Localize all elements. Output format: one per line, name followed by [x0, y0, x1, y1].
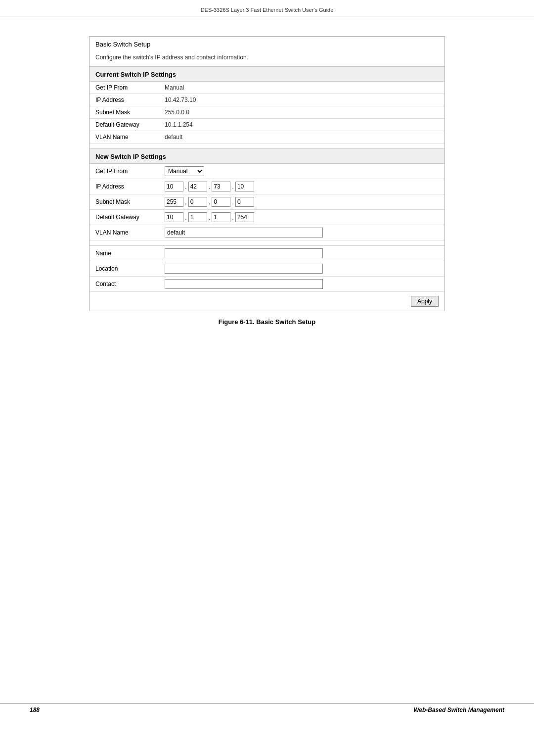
- table-row: Subnet Mask 255.0.0.0: [89, 106, 445, 119]
- panel-title: Basic Switch Setup: [89, 37, 445, 51]
- footer-title: Web-Based Switch Management: [413, 707, 504, 713]
- new-default-gateway-cell: . . .: [159, 210, 445, 225]
- gw-octet-1[interactable]: [165, 212, 183, 222]
- table-row: Name: [89, 246, 445, 261]
- get-ip-from-select[interactable]: Manual BOOTP DHCP: [165, 166, 204, 176]
- default-gateway-label: Default Gateway: [89, 119, 159, 131]
- sm-dot-2: .: [208, 198, 211, 206]
- spacer-row: [89, 143, 445, 149]
- new-vlan-name-label: VLAN Name: [89, 225, 159, 240]
- new-ip-address-label: IP Address: [89, 179, 159, 194]
- ip-address-label: IP Address: [89, 94, 159, 106]
- gw-dot-3: .: [231, 214, 234, 221]
- table-row: IP Address 10.42.73.10: [89, 94, 445, 106]
- ip-octet-1[interactable]: [165, 182, 183, 191]
- spacer-row: [89, 240, 445, 246]
- sm-dot-1: .: [184, 198, 187, 206]
- new-get-ip-from-label: Get IP From: [89, 164, 159, 179]
- table-row: IP Address . . .: [89, 179, 445, 194]
- table-row: Default Gateway . . .: [89, 210, 445, 225]
- name-label: Name: [89, 246, 159, 261]
- contact-cell: [159, 277, 445, 292]
- current-settings-header: Current Switch IP Settings: [89, 66, 445, 82]
- ip-input-group: . . .: [165, 182, 439, 191]
- table-row: Subnet Mask . . .: [89, 194, 445, 210]
- sm-octet-1[interactable]: [165, 197, 183, 207]
- table-row: Get IP From Manual BOOTP DHCP: [89, 164, 445, 179]
- page-footer: 188 Web-Based Switch Management: [0, 703, 534, 716]
- get-ip-from-label: Get IP From: [89, 82, 159, 94]
- contact-label: Contact: [89, 277, 159, 292]
- new-subnet-mask-label: Subnet Mask: [89, 194, 159, 210]
- location-cell: [159, 261, 445, 277]
- new-settings-header: New Switch IP Settings: [89, 148, 445, 164]
- new-settings-table: Get IP From Manual BOOTP DHCP IP Address…: [89, 164, 445, 245]
- new-subnet-mask-cell: . . .: [159, 194, 445, 210]
- ip-octet-4[interactable]: [235, 182, 254, 191]
- page-number: 188: [30, 707, 40, 713]
- ip-dot-3: .: [231, 183, 234, 190]
- table-row: Location: [89, 261, 445, 277]
- sm-octet-2[interactable]: [188, 197, 207, 207]
- ip-dot-1: .: [184, 183, 187, 190]
- gw-dot-2: .: [208, 214, 211, 221]
- apply-button[interactable]: Apply: [411, 296, 439, 307]
- current-settings-table: Get IP From Manual IP Address 10.42.73.1…: [89, 82, 445, 148]
- name-input[interactable]: [165, 248, 323, 258]
- basic-switch-setup-panel: Basic Switch Setup Configure the switch'…: [89, 36, 445, 311]
- location-label: Location: [89, 261, 159, 277]
- default-gateway-value: 10.1.1.254: [159, 119, 445, 131]
- contact-table: Name Location Contact: [89, 245, 445, 292]
- page-header: DES-3326S Layer 3 Fast Ethernet Switch U…: [0, 0, 534, 16]
- ip-octet-3[interactable]: [212, 182, 230, 191]
- gateway-input-group: . . .: [165, 212, 439, 222]
- figure-caption: Figure 6-11. Basic Switch Setup: [89, 318, 445, 326]
- name-cell: [159, 246, 445, 261]
- table-row: VLAN Name default: [89, 131, 445, 143]
- get-ip-from-value: Manual: [159, 82, 445, 94]
- subnet-mask-value: 255.0.0.0: [159, 106, 445, 119]
- table-row: Get IP From Manual: [89, 82, 445, 94]
- location-input[interactable]: [165, 264, 323, 274]
- new-default-gateway-label: Default Gateway: [89, 210, 159, 225]
- gw-octet-4[interactable]: [235, 212, 254, 222]
- sm-octet-4[interactable]: [235, 197, 254, 207]
- table-row: VLAN Name: [89, 225, 445, 240]
- contact-input[interactable]: [165, 279, 323, 289]
- ip-octet-2[interactable]: [188, 182, 207, 191]
- new-ip-address-cell: . . .: [159, 179, 445, 194]
- gw-dot-1: .: [184, 214, 187, 221]
- table-row: Default Gateway 10.1.1.254: [89, 119, 445, 131]
- panel-description: Configure the switch's IP address and co…: [89, 51, 445, 66]
- gw-octet-3[interactable]: [212, 212, 230, 222]
- subnet-input-group: . . .: [165, 197, 439, 207]
- sm-dot-3: .: [231, 198, 234, 206]
- table-row: Contact: [89, 277, 445, 292]
- subnet-mask-label: Subnet Mask: [89, 106, 159, 119]
- ip-dot-2: .: [208, 183, 211, 190]
- page-content: Basic Switch Setup Configure the switch'…: [0, 16, 534, 345]
- new-vlan-name-cell: [159, 225, 445, 240]
- sm-octet-3[interactable]: [212, 197, 230, 207]
- ip-address-value: 10.42.73.10: [159, 94, 445, 106]
- vlan-name-input[interactable]: [165, 228, 323, 237]
- vlan-name-label: VLAN Name: [89, 131, 159, 143]
- header-title: DES-3326S Layer 3 Fast Ethernet Switch U…: [201, 7, 334, 13]
- vlan-name-value: default: [159, 131, 445, 143]
- gw-octet-2[interactable]: [188, 212, 207, 222]
- new-get-ip-from-cell: Manual BOOTP DHCP: [159, 164, 445, 179]
- apply-row: Apply: [89, 292, 445, 311]
